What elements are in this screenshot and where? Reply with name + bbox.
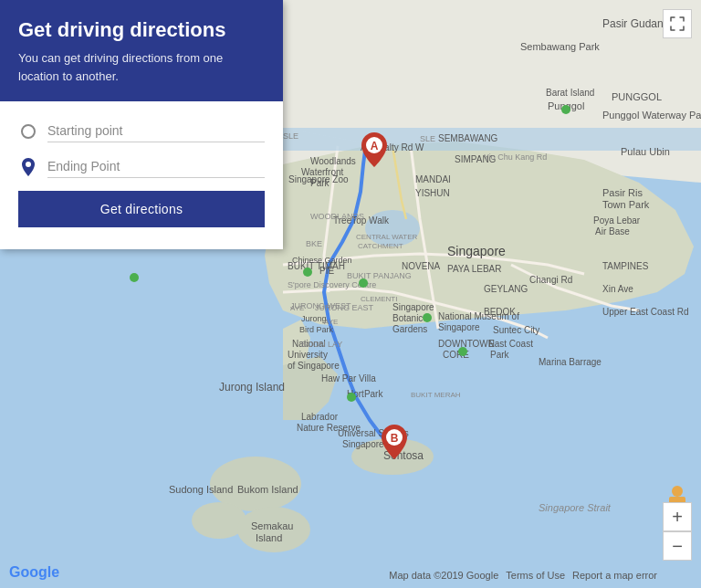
svg-point-89 [359, 278, 368, 288]
svg-text:Waterfront: Waterfront [301, 167, 344, 177]
svg-text:PAYA LEBAR: PAYA LEBAR [447, 264, 501, 274]
panel-title: Get driving directions [18, 18, 265, 42]
svg-point-102 [26, 162, 31, 167]
starting-point-row [18, 120, 265, 142]
svg-point-94 [561, 105, 570, 114]
svg-text:A: A [371, 140, 379, 152]
svg-text:East Coast: East Coast [488, 339, 533, 349]
map-zoom-controls: + − [663, 502, 692, 561]
svg-text:GEYLANG: GEYLANG [484, 284, 528, 294]
svg-point-103 [672, 486, 683, 497]
svg-text:Woodlands: Woodlands [310, 156, 356, 166]
svg-text:Changi Rd: Changi Rd [529, 275, 572, 285]
svg-text:Pasir Gudang: Pasir Gudang [602, 17, 669, 30]
svg-text:Botanic: Botanic [392, 313, 423, 323]
svg-point-91 [347, 393, 356, 402]
svg-text:Park: Park [490, 350, 510, 360]
svg-text:WOODLANDS: WOODLANDS [310, 212, 364, 221]
svg-text:Jurong Island: Jurong Island [219, 381, 285, 394]
svg-text:MANDAI: MANDAI [415, 174, 451, 184]
starting-point-input[interactable] [47, 120, 265, 142]
svg-text:JURONG EAST: JURONG EAST [315, 303, 374, 312]
svg-text:Pulau Ubin: Pulau Ubin [621, 146, 670, 157]
svg-text:Jurong: Jurong [301, 314, 327, 323]
ending-point-icon [18, 157, 38, 177]
svg-text:Xin Ave: Xin Ave [602, 284, 633, 294]
map-attribution: Map data ©2019 Google [389, 570, 498, 581]
ending-point-row [18, 155, 265, 178]
svg-text:B: B [391, 432, 399, 445]
svg-text:TAMPINES: TAMPINES [602, 261, 649, 271]
svg-text:Punggol Waterway Park: Punggol Waterway Park [602, 110, 701, 121]
svg-text:CLEMENTI: CLEMENTI [361, 295, 397, 303]
svg-text:Suntec City: Suntec City [493, 325, 539, 335]
svg-text:Semakau: Semakau [251, 520, 293, 531]
get-directions-button[interactable]: Get directions [18, 191, 265, 227]
report-link[interactable]: Report a map error [572, 570, 657, 581]
svg-point-90 [423, 313, 432, 322]
svg-text:University: University [288, 350, 328, 360]
svg-text:SLE: SLE [420, 134, 435, 143]
svg-text:AYE: AYE [324, 318, 338, 326]
zoom-out-button[interactable]: − [663, 531, 692, 561]
svg-text:PUNGGOL: PUNGGOL [612, 91, 662, 102]
svg-text:SEMBAWANG: SEMBAWANG [438, 133, 498, 143]
svg-text:Park: Park [310, 178, 330, 188]
svg-text:Upper East Coast Rd: Upper East Coast Rd [602, 307, 689, 317]
svg-text:NOVENA: NOVENA [402, 261, 441, 271]
svg-text:BKE: BKE [306, 239, 322, 248]
svg-text:Labrador: Labrador [301, 412, 339, 422]
svg-text:CENTRAL WATER: CENTRAL WATER [356, 233, 417, 241]
pin-icon [22, 158, 35, 176]
svg-text:BOON LAY: BOON LAY [301, 340, 342, 349]
panel-header: Get driving directions You can get drivi… [0, 0, 283, 101]
svg-text:Bukom Island: Bukom Island [237, 484, 298, 495]
svg-text:Gardens: Gardens [392, 324, 427, 334]
terms-link[interactable]: Terms of Use [506, 570, 565, 581]
svg-text:PIE: PIE [319, 266, 334, 276]
panel-description: You can get driving directions from one … [18, 49, 265, 85]
svg-point-93 [458, 347, 467, 356]
svg-point-95 [130, 273, 139, 282]
zoom-in-button[interactable]: + [663, 502, 692, 531]
svg-text:Pasir Ris: Pasir Ris [602, 187, 643, 198]
fullscreen-button[interactable] [663, 9, 692, 38]
svg-text:Barat Island: Barat Island [546, 88, 594, 98]
svg-text:Singapore: Singapore [342, 439, 384, 449]
svg-text:Sudong Island: Sudong Island [169, 484, 233, 495]
svg-text:Singapore Strait: Singapore Strait [539, 502, 612, 513]
svg-text:CATCHMENT: CATCHMENT [358, 242, 403, 250]
svg-text:Air Base: Air Base [595, 226, 630, 236]
svg-text:Singapore: Singapore [438, 322, 480, 332]
svg-text:Singapore: Singapore [447, 244, 506, 258]
svg-text:AYE: AYE [290, 304, 304, 312]
svg-text:National Museum of: National Museum of [438, 311, 519, 321]
directions-panel: Get driving directions You can get drivi… [0, 0, 283, 249]
circle-icon [21, 124, 36, 139]
svg-text:Poya Lebar: Poya Lebar [593, 215, 641, 226]
svg-text:Town Park: Town Park [602, 199, 650, 210]
svg-text:BUKIT PANJANG: BUKIT PANJANG [347, 271, 412, 280]
map-footer: Map data ©2019 Google Terms of Use Repor… [389, 570, 657, 581]
svg-text:DOWNTOWN: DOWNTOWN [438, 339, 495, 349]
svg-text:Chinese Garden: Chinese Garden [292, 256, 352, 265]
starting-point-icon [18, 121, 38, 142]
panel-body: Get directions [0, 101, 283, 249]
svg-text:of Singapore: of Singapore [288, 361, 340, 371]
svg-text:Haw Par Villa: Haw Par Villa [321, 373, 376, 383]
svg-text:Singapore: Singapore [392, 302, 434, 312]
svg-text:Yio Chu Kang Rd: Yio Chu Kang Rd [484, 152, 547, 162]
svg-text:SLE: SLE [283, 131, 298, 141]
ending-point-input[interactable] [47, 155, 265, 178]
svg-point-87 [303, 268, 312, 277]
svg-text:BUKIT MERAH: BUKIT MERAH [411, 391, 461, 399]
svg-text:YISHUN: YISHUN [415, 188, 450, 198]
svg-text:Island: Island [256, 532, 282, 543]
svg-text:Bird Park: Bird Park [299, 325, 334, 334]
svg-text:Sembawang Park: Sembawang Park [520, 41, 600, 52]
google-logo: Google [9, 564, 59, 581]
svg-text:Marina Barrage: Marina Barrage [539, 357, 602, 367]
